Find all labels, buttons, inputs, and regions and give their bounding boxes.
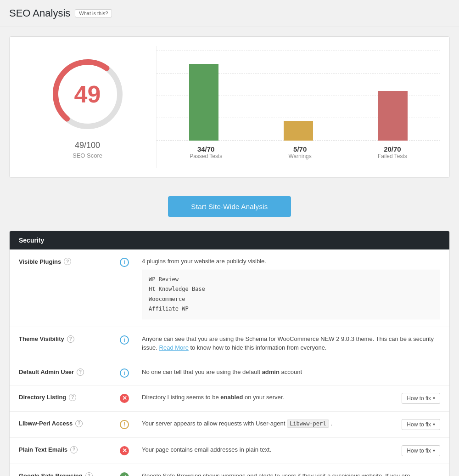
row-visible-plugins: Visible Plugins ? i 4 plugins from your … [10,249,449,327]
how-to-fix-emails[interactable]: How to fix ▾ [402,445,440,456]
chevron-down-icon: ▾ [433,396,435,401]
main-content: 49 49/100 SEO Score [0,27,459,476]
warning-icon: ! [120,420,129,429]
bars-container [157,51,440,141]
info-icon: i [120,368,129,378]
label-directory-listing: Directory Listing ? [19,393,111,401]
success-icon: ✓ [120,472,129,476]
passed-value: 34/70 [197,145,215,153]
score-gauge-section: 49 49/100 SEO Score [19,46,157,168]
icon-default-admin: i [120,368,133,378]
label-google-safe: Google Safe Browsing ? [19,471,111,476]
score-fraction: 49/100 [75,141,100,150]
plugin-item: Ht Knowledge Base [149,284,433,295]
how-to-fix-directory[interactable]: How to fix ▾ [402,393,440,404]
bar-passed [189,51,218,141]
bar-failed [378,51,408,141]
bar-failed-rect [378,91,408,141]
fix-label: How to fix [407,395,431,402]
page-title: SEO Analysis [9,7,70,19]
info-icon: i [120,258,129,267]
fix-label: How to fix [407,448,431,454]
security-header: Security [10,231,449,249]
what-is-this-link[interactable]: What is this? [75,9,112,17]
plugin-item: Affiliate WP [149,304,433,314]
content-libww-perl: Your server appears to allow requests wi… [142,419,392,428]
security-section: Security Visible Plugins ? i 4 plugins f… [9,231,450,476]
content-directory-listing: Directory Listing seems to be enabled on… [142,393,392,402]
google-safe-text: Google Safe Browsing [19,472,83,476]
row-directory-listing: Directory Listing ? ✕ Directory Listing … [10,385,449,412]
help-icon-libww-perl[interactable]: ? [75,420,83,427]
warnings-label: Warnings [289,153,312,159]
help-icon-directory-listing[interactable]: ? [69,394,76,401]
chevron-down-icon: ▾ [433,422,435,427]
label-passed: 34/70 Passed Tests [190,145,222,159]
label-visible-plugins: Visible Plugins ? [19,257,111,265]
failed-value: 20/70 [384,145,401,153]
icon-google-safe: ✓ [120,471,133,476]
help-icon-google-safe[interactable]: ? [85,472,93,476]
directory-listing-text: Directory Listing [19,394,66,401]
bar-warnings [284,51,313,141]
read-more-link[interactable]: Read More [159,344,189,351]
visible-plugins-message: 4 plugins from your website are publicly… [142,257,440,266]
bar-warnings-rect [284,121,313,141]
warnings-value: 5/70 [293,145,307,153]
score-number: 49 [74,80,101,108]
content-plain-text-emails: Your page contains email addresses in pl… [142,445,392,454]
libww-code: Libwww-perl [287,419,329,428]
row-libww-perl: Libww-Perl Access ? ! Your server appear… [10,412,449,438]
score-panel: 49 49/100 SEO Score [9,36,450,178]
chevron-down-icon: ▾ [433,448,435,453]
how-to-fix-libww[interactable]: How to fix ▾ [402,419,440,430]
plugin-item: Woocommerce [149,295,433,305]
help-icon-theme-visibility[interactable]: ? [67,335,74,343]
default-admin-text: Default Admin User [19,368,74,375]
bar-passed-rect [189,64,218,141]
icon-plain-text-emails: ✕ [120,445,133,455]
score-circle: 49 [49,55,127,133]
help-icon-plain-text-emails[interactable]: ? [70,446,78,453]
failed-label: Failed Tests [378,153,407,159]
label-failed: 20/70 Failed Tests [378,145,407,159]
label-default-admin: Default Admin User ? [19,368,111,376]
plain-text-emails-text: Plain Text Emails [19,446,67,453]
analysis-button-wrapper: Start Site-Wide Analysis [9,187,450,231]
help-icon-default-admin[interactable]: ? [77,368,84,376]
passed-label: Passed Tests [190,153,222,159]
page-wrapper: SEO Analysis What is this? 49 49/100 [0,0,459,476]
content-google-safe: Google Safe Browsing shows warnings and … [142,471,440,476]
plugin-list: WP Review Ht Knowledge Base Woocommerce … [142,270,440,319]
error-icon: ✕ [120,446,129,455]
content-visible-plugins: 4 plugins from your website are publicly… [142,257,440,319]
icon-libww-perl: ! [120,419,133,429]
visible-plugins-text: Visible Plugins [19,258,61,265]
content-theme-visibility: Anyone can see that you are using the Sc… [142,334,440,352]
bar-chart: 34/70 Passed Tests 5/70 Warnings 20/70 F… [157,46,440,168]
icon-theme-visibility: i [120,334,133,345]
info-icon: i [120,335,129,345]
fix-label: How to fix [407,421,431,428]
content-default-admin: No one can tell that you are using the d… [142,368,440,377]
score-label: SEO Score [73,152,102,159]
label-warnings: 5/70 Warnings [289,145,312,159]
label-theme-visibility: Theme Visibility ? [19,334,111,343]
label-plain-text-emails: Plain Text Emails ? [19,445,111,453]
admin-bold: admin [262,368,280,375]
start-analysis-button[interactable]: Start Site-Wide Analysis [168,196,291,217]
plugin-item: WP Review [149,275,433,285]
error-icon: ✕ [120,394,129,403]
theme-visibility-text: Theme Visibility [19,335,64,342]
icon-directory-listing: ✕ [120,393,133,403]
help-icon-visible-plugins[interactable]: ? [64,258,71,265]
row-plain-text-emails: Plain Text Emails ? ✕ Your page contains… [10,438,449,464]
icon-visible-plugins: i [120,257,133,267]
libww-perl-text: Libww-Perl Access [19,420,73,427]
row-default-admin: Default Admin User ? i No one can tell t… [10,360,449,385]
row-theme-visibility: Theme Visibility ? i Anyone can see that… [10,327,449,360]
chart-labels: 34/70 Passed Tests 5/70 Warnings 20/70 F… [157,142,440,168]
enabled-bold: enabled [220,394,243,401]
label-libww-perl: Libww-Perl Access ? [19,419,111,427]
page-header: SEO Analysis What is this? [0,0,459,27]
